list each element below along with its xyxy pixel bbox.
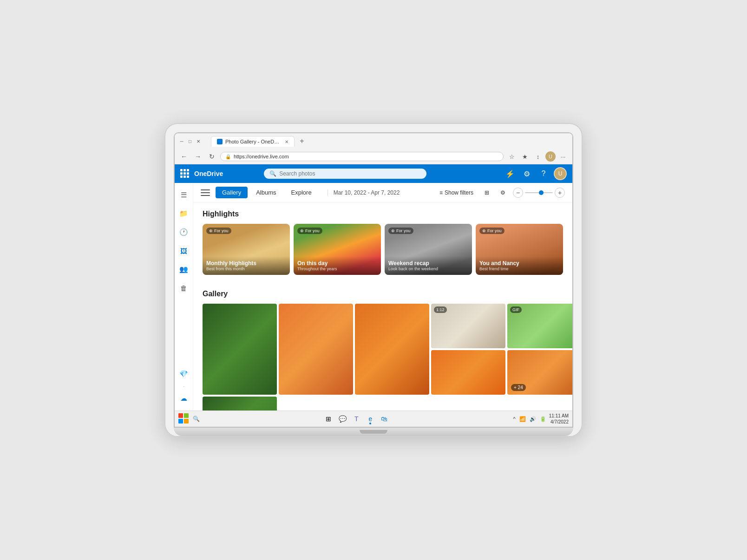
highlight-tag-1: ⊕ For you bbox=[297, 228, 322, 234]
gallery-item-family1[interactable] bbox=[279, 304, 353, 395]
highlight-subtitle-2: Look back on the weekend bbox=[388, 267, 468, 271]
taskbar-item-teams[interactable]: T bbox=[350, 412, 363, 425]
onedrive-header: OneDrive 🔍 ⚡ ⚙ ? U bbox=[175, 164, 572, 183]
hamburger-menu[interactable] bbox=[201, 189, 210, 196]
filter-icon: ≡ bbox=[439, 189, 443, 196]
highlight-card-weekend[interactable]: ⊕ For you Weekend recap Look back on the… bbox=[385, 224, 472, 275]
back-button[interactable]: ← bbox=[178, 151, 190, 162]
settings-gear-button[interactable]: ⚙ bbox=[497, 188, 509, 198]
highlight-tag-0: ⊕ For you bbox=[206, 228, 231, 234]
zoom-controls: − + bbox=[513, 188, 565, 198]
highlight-tag-3: ⊕ For you bbox=[479, 228, 505, 234]
sidebar-item-shared[interactable]: 👥 bbox=[176, 261, 192, 278]
zoom-thumb bbox=[539, 190, 544, 195]
content-area: Gallery Albums Explore Mar 10, 2022 - Ap… bbox=[193, 183, 572, 410]
browser-user-avatar[interactable]: U bbox=[545, 151, 556, 162]
collections-icon[interactable]: ★ bbox=[519, 151, 531, 162]
browser-sync-icon[interactable]: ↕ bbox=[532, 151, 544, 162]
favorites-icon[interactable]: ☆ bbox=[506, 151, 518, 162]
nav-actions: ≡ Show filters ⊞ ⚙ − + bbox=[436, 188, 565, 198]
show-filters-label: Show filters bbox=[445, 189, 473, 196]
minimize-button[interactable]: ─ bbox=[178, 138, 185, 144]
highlight-subtitle-1: Throughout the years bbox=[297, 267, 377, 271]
highlight-card-monthly[interactable]: ⊕ For you Monthly Highlights Best from t… bbox=[203, 224, 290, 275]
gallery-item-family2[interactable] bbox=[355, 304, 429, 395]
refresh-button[interactable]: ↻ bbox=[206, 151, 217, 162]
taskbar-search-icon[interactable]: 🔍 bbox=[191, 414, 201, 423]
zoom-in-button[interactable]: + bbox=[555, 188, 565, 198]
nav-tabs: Gallery Albums Explore bbox=[216, 187, 318, 198]
search-bar[interactable]: 🔍 bbox=[264, 169, 426, 179]
start-button[interactable] bbox=[178, 413, 190, 424]
tray-wifi[interactable]: 📶 bbox=[518, 416, 527, 422]
foryou-icon-1: ⊕ bbox=[300, 228, 304, 233]
layout-toggle-button[interactable]: ⊞ bbox=[481, 188, 493, 198]
sidebar: ☰ 📁 🕐 🖼 👥 🗑 💎 - ☁ bbox=[175, 183, 193, 410]
tab-albums[interactable]: Albums bbox=[249, 187, 282, 198]
highlight-title-0: Monthly Highlights bbox=[206, 260, 286, 267]
gallery-item-rollerblader[interactable]: GIF bbox=[507, 304, 572, 348]
sync-icon[interactable]: ⚡ bbox=[504, 167, 517, 180]
address-bar[interactable]: 🔒 https://onedrive.live.com bbox=[220, 152, 504, 161]
sidebar-item-photos[interactable]: 🖼 bbox=[176, 242, 192, 259]
highlights-grid: ⊕ For you Monthly Highlights Best from t… bbox=[203, 224, 563, 275]
sidebar-item-files[interactable]: 📁 bbox=[176, 205, 192, 222]
search-icon: 🔍 bbox=[269, 170, 276, 177]
highlight-card-nancy[interactable]: ⊕ For you You and Nancy Best friend time bbox=[476, 224, 563, 275]
tray-battery[interactable]: 🔋 bbox=[539, 416, 547, 422]
tab-favicon bbox=[217, 139, 223, 144]
tab-gallery[interactable]: Gallery bbox=[216, 187, 248, 198]
nav-bar: Gallery Albums Explore Mar 10, 2022 - Ap… bbox=[193, 183, 572, 202]
highlight-overlay-1: On this day Throughout the years bbox=[294, 256, 381, 275]
close-button[interactable]: ✕ bbox=[195, 138, 202, 144]
highlight-tag-2: ⊕ For you bbox=[388, 228, 413, 234]
zoom-out-button[interactable]: − bbox=[513, 188, 523, 198]
gallery-item-flowers[interactable] bbox=[431, 350, 505, 395]
highlight-overlay-0: Monthly Highlights Best from this month bbox=[203, 256, 290, 275]
taskbar-item-edge[interactable]: e bbox=[364, 412, 377, 425]
help-icon[interactable]: ? bbox=[537, 167, 550, 180]
tab-close-icon[interactable]: ✕ bbox=[285, 139, 288, 144]
maximize-button[interactable]: □ bbox=[187, 138, 193, 144]
app-launcher-icon[interactable] bbox=[180, 169, 190, 178]
show-filters-button[interactable]: ≡ Show filters bbox=[436, 188, 477, 198]
zoom-slider[interactable] bbox=[525, 192, 553, 193]
gallery-item-plant2[interactable] bbox=[203, 397, 277, 410]
highlight-title-2: Weekend recap bbox=[388, 260, 468, 267]
photo-count-badge: + 24 bbox=[511, 384, 526, 391]
new-tab-button[interactable]: + bbox=[296, 136, 308, 147]
search-input[interactable] bbox=[279, 170, 421, 177]
sidebar-item-recent[interactable]: 🕐 bbox=[176, 224, 192, 241]
video-duration-badge: 1:12 bbox=[434, 306, 447, 313]
forward-button[interactable]: → bbox=[192, 151, 203, 162]
browser-tab-active[interactable]: Photo Gallery - OneDrive ✕ bbox=[211, 136, 295, 147]
highlight-overlay-3: You and Nancy Best friend time bbox=[476, 256, 563, 275]
sidebar-item-sync[interactable]: ☁ bbox=[176, 390, 192, 407]
taskbar-item-chat[interactable]: 💬 bbox=[336, 412, 349, 425]
tray-chevron[interactable]: ^ bbox=[512, 416, 517, 422]
taskbar-items: ⊞ 💬 T e 🛍 bbox=[203, 412, 511, 425]
gallery-item-plant[interactable] bbox=[203, 304, 277, 395]
sidebar-item-premium[interactable]: 💎 bbox=[176, 365, 192, 382]
foryou-icon-2: ⊕ bbox=[391, 228, 395, 233]
system-clock[interactable]: 11:11 AM 4/7/2022 bbox=[549, 413, 569, 425]
highlight-title-1: On this day bbox=[297, 260, 377, 267]
gallery-title: Gallery bbox=[203, 290, 563, 298]
lock-icon: 🔒 bbox=[225, 154, 231, 159]
tray-volume[interactable]: 🔊 bbox=[529, 416, 537, 422]
settings-icon[interactable]: ⚙ bbox=[520, 167, 533, 180]
highlight-title-3: You and Nancy bbox=[479, 260, 559, 267]
sidebar-item-menu[interactable]: ☰ bbox=[176, 187, 192, 203]
gallery-item-couple[interactable]: + 24 bbox=[507, 350, 572, 395]
tab-title: Photo Gallery - OneDrive bbox=[225, 139, 280, 144]
browser-menu-icon[interactable]: ··· bbox=[557, 151, 569, 162]
taskbar-item-store[interactable]: 🛍 bbox=[378, 412, 391, 425]
sidebar-item-recycle[interactable]: 🗑 bbox=[176, 280, 192, 296]
taskbar-item-widget[interactable]: ⊞ bbox=[322, 412, 335, 425]
gallery-item-cat[interactable]: 1:12 bbox=[431, 304, 505, 348]
tab-explore[interactable]: Explore bbox=[285, 187, 318, 198]
taskbar-tray: ^ 📶 🔊 🔋 11:11 AM 4/7/2022 bbox=[512, 413, 569, 425]
highlight-card-onthisday[interactable]: ⊕ For you On this day Throughout the yea… bbox=[294, 224, 381, 275]
user-avatar[interactable]: U bbox=[554, 167, 567, 180]
date-range: Mar 10, 2022 - Apr 7, 2022 bbox=[328, 189, 400, 196]
